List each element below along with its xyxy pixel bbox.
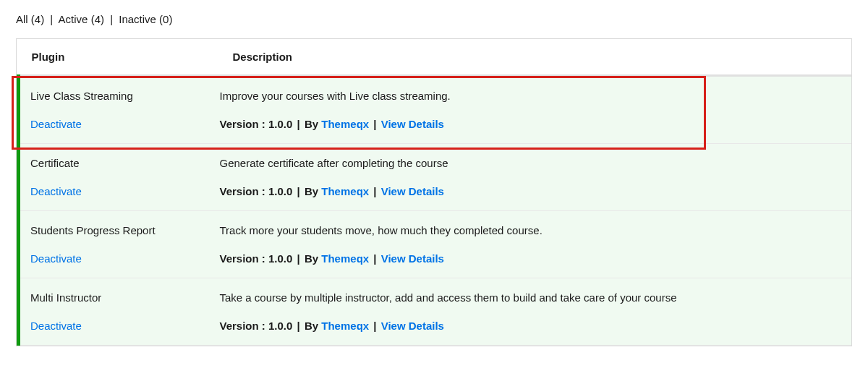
plugin-version: Version : 1.0.0 xyxy=(220,320,293,332)
filter-all[interactable]: All (4) xyxy=(16,13,44,25)
filter-active[interactable]: Active (4) xyxy=(59,13,104,25)
plugin-name: Live Class Streaming xyxy=(30,90,211,102)
table-row: Live Class StreamingDeactivateImprove yo… xyxy=(19,76,852,144)
description-cell: Generate certificate after completing th… xyxy=(220,144,852,211)
deactivate-link[interactable]: Deactivate xyxy=(30,185,82,197)
plugin-meta: Version : 1.0.0 | By Themeqx | View Deta… xyxy=(220,118,839,130)
description-cell: Improve your courses with Live class str… xyxy=(220,76,852,144)
plugin-by-label: By xyxy=(305,118,321,130)
filter-active-count: (4) xyxy=(91,13,104,25)
divider: | xyxy=(294,185,303,197)
deactivate-link[interactable]: Deactivate xyxy=(30,252,82,265)
plugin-version: Version : 1.0.0 xyxy=(220,185,293,197)
plugin-name: Certificate xyxy=(30,157,211,169)
plugin-author-link[interactable]: Themeqx xyxy=(321,252,369,265)
plugins-table: Plugin Description Live Class StreamingD… xyxy=(17,39,851,346)
plugin-by-label: By xyxy=(305,252,321,265)
filter-inactive-label: Inactive xyxy=(119,13,156,25)
view-details-link[interactable]: View Details xyxy=(381,185,444,197)
divider: | xyxy=(294,320,303,332)
filter-active-label: Active xyxy=(59,13,88,25)
description-cell: Take a course by multiple instructor, ad… xyxy=(220,278,852,346)
divider: | xyxy=(294,118,303,130)
filter-bar: All (4) | Active (4) | Inactive (0) xyxy=(0,0,868,31)
divider: | xyxy=(110,13,113,25)
divider: | xyxy=(370,320,380,332)
plugin-author-link[interactable]: Themeqx xyxy=(321,185,369,197)
filter-all-label: All xyxy=(16,13,28,25)
view-details-link[interactable]: View Details xyxy=(381,320,444,332)
plugin-meta: Version : 1.0.0 | By Themeqx | View Deta… xyxy=(220,185,839,197)
plugin-cell: Students Progress ReportDeactivate xyxy=(19,211,220,278)
description-cell: Track more your students move, how much … xyxy=(220,211,852,278)
divider: | xyxy=(370,185,380,197)
plugin-cell: Multi InstructorDeactivate xyxy=(19,278,220,346)
deactivate-link[interactable]: Deactivate xyxy=(30,118,82,130)
plugin-version: Version : 1.0.0 xyxy=(220,252,293,265)
plugin-cell: CertificateDeactivate xyxy=(19,144,220,211)
divider: | xyxy=(370,118,380,130)
plugin-by-label: By xyxy=(305,320,321,332)
plugin-name: Multi Instructor xyxy=(30,291,211,304)
plugin-cell: Live Class StreamingDeactivate xyxy=(19,76,220,144)
filter-inactive[interactable]: Inactive (0) xyxy=(119,13,172,25)
divider: | xyxy=(50,13,53,25)
header-description: Description xyxy=(220,39,852,76)
deactivate-link[interactable]: Deactivate xyxy=(30,320,82,332)
plugin-meta: Version : 1.0.0 | By Themeqx | View Deta… xyxy=(220,252,839,265)
plugin-description: Take a course by multiple instructor, ad… xyxy=(220,291,839,304)
divider: | xyxy=(370,252,380,265)
filter-inactive-count: (0) xyxy=(159,13,172,25)
table-row: Students Progress ReportDeactivateTrack … xyxy=(19,211,852,278)
divider: | xyxy=(294,252,303,265)
plugin-meta: Version : 1.0.0 | By Themeqx | View Deta… xyxy=(220,320,839,332)
view-details-link[interactable]: View Details xyxy=(381,118,444,130)
plugin-author-link[interactable]: Themeqx xyxy=(321,118,369,130)
table-row: Multi InstructorDeactivateTake a course … xyxy=(19,278,852,346)
plugin-version: Version : 1.0.0 xyxy=(220,118,293,130)
header-plugin: Plugin xyxy=(19,39,220,76)
plugins-table-container: Plugin Description Live Class StreamingD… xyxy=(16,38,852,346)
plugin-description: Generate certificate after completing th… xyxy=(220,157,839,169)
plugin-author-link[interactable]: Themeqx xyxy=(321,320,369,332)
plugin-description: Improve your courses with Live class str… xyxy=(220,90,839,102)
plugin-by-label: By xyxy=(305,185,321,197)
view-details-link[interactable]: View Details xyxy=(381,252,444,265)
plugin-description: Track more your students move, how much … xyxy=(220,224,839,236)
filter-all-count: (4) xyxy=(31,13,44,25)
table-row: CertificateDeactivateGenerate certificat… xyxy=(19,144,852,211)
plugin-name: Students Progress Report xyxy=(30,224,211,236)
